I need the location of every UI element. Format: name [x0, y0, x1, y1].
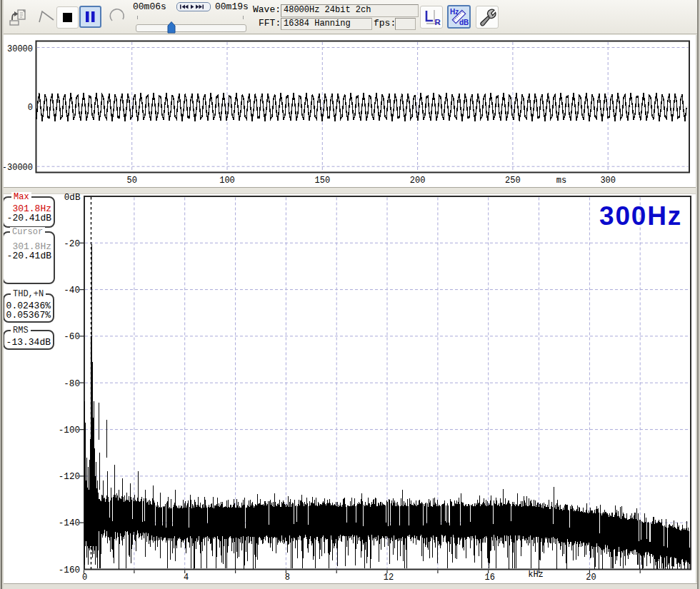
svg-text:200: 200 — [410, 176, 426, 186]
svg-text:-120: -120 — [59, 472, 80, 482]
svg-text:kHz: kHz — [528, 570, 544, 580]
svg-text:12: 12 — [384, 573, 394, 583]
svg-text:-80: -80 — [64, 379, 80, 389]
svg-text:150: 150 — [314, 176, 330, 186]
svg-text:20: 20 — [586, 573, 596, 583]
svg-text:8: 8 — [285, 573, 290, 583]
svg-text:30000: 30000 — [7, 44, 33, 54]
svg-text:-140: -140 — [59, 518, 80, 528]
svg-text:0: 0 — [82, 573, 87, 583]
svg-text:300Hz: 300Hz — [599, 201, 682, 231]
svg-text:300: 300 — [600, 176, 616, 186]
svg-text:-30000: -30000 — [2, 163, 33, 173]
svg-text:0dB: 0dB — [64, 193, 81, 203]
svg-text:16: 16 — [484, 573, 494, 583]
svg-text:-100: -100 — [59, 426, 80, 436]
svg-text:-20: -20 — [64, 239, 80, 249]
svg-text:100: 100 — [219, 176, 235, 186]
svg-text:-60: -60 — [64, 332, 80, 342]
svg-text:-160: -160 — [59, 565, 80, 575]
svg-text:50: 50 — [126, 176, 136, 186]
svg-text:250: 250 — [505, 176, 521, 186]
svg-text:0: 0 — [28, 103, 33, 113]
svg-text:ms: ms — [556, 176, 566, 186]
svg-text:4: 4 — [184, 573, 189, 583]
svg-text:-40: -40 — [64, 286, 80, 296]
